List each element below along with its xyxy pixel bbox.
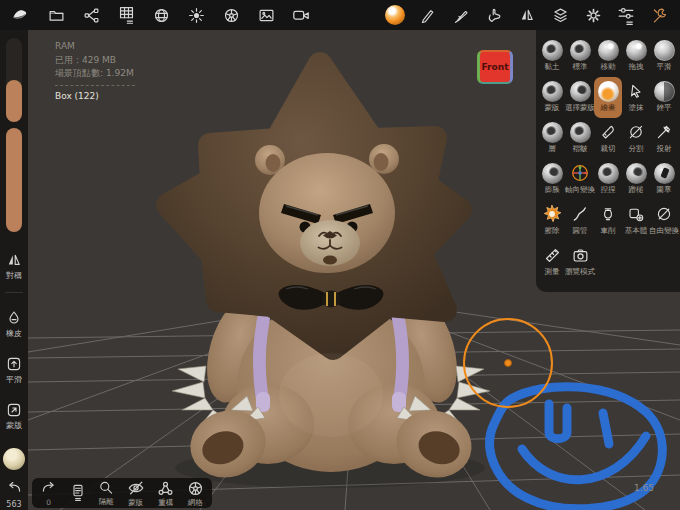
tool-label: 蹭槌 [629, 185, 644, 195]
sphere-pinch-icon [598, 161, 619, 185]
tool-tube-glyph[interactable]: 圓管 [566, 200, 594, 241]
tool-freeform-glyph[interactable]: 自由變換 [650, 200, 678, 241]
lathe-glyph-icon [600, 202, 616, 226]
material-ball-button[interactable] [0, 448, 28, 470]
tool-sphere-rough[interactable]: 平滑 [650, 36, 678, 77]
tool-gizmo-glyph[interactable]: 軸向變換 [566, 159, 594, 200]
bottom-history-panel[interactable] [70, 483, 86, 503]
smooth-box-icon [6, 356, 22, 374]
sphere-rough-icon [654, 38, 675, 62]
camera-icon[interactable] [290, 3, 312, 27]
tool-knife-glyph[interactable]: 裁切 [594, 118, 622, 159]
selected-object-label: Box (122) [55, 90, 135, 104]
tool-label: 平滑 [657, 62, 672, 72]
light-icon[interactable] [185, 3, 207, 27]
model-bear-lion [168, 64, 490, 488]
sidebar-smooth-toggle[interactable]: 平滑 [0, 356, 28, 384]
primitive-glyph-icon [628, 202, 644, 226]
view-cube-front[interactable]: Front [477, 50, 513, 84]
ram-label: RAM [55, 40, 135, 54]
tool-sphere-crease[interactable]: 褶皺 [566, 118, 594, 159]
sidebar-mask-toggle[interactable]: 蒙版 [0, 402, 28, 430]
undo-icon [6, 480, 23, 499]
bottom-redo[interactable]: 0 [40, 480, 57, 507]
tool-sphere-flatten[interactable]: 銼平 [650, 77, 678, 118]
tool-label: 瀏覽模式 [565, 267, 595, 277]
sphere-nudge-icon [626, 161, 647, 185]
matcap-sphere-icon[interactable] [384, 3, 406, 27]
mask-hidden-icon [127, 479, 145, 499]
bottom-toolbar: 0隔離蒙版重構網格 [32, 478, 212, 508]
tool-cursor-glyph[interactable]: 塗抹 [622, 77, 650, 118]
tool-sphere-inflate[interactable]: 膨脹 [538, 159, 566, 200]
app-logo-icon[interactable] [10, 3, 32, 27]
erase-splat-glyph-icon [542, 202, 562, 226]
tool-sphere-move[interactable]: 移動 [594, 36, 622, 77]
tool-erase-splat-glyph[interactable]: 擦除 [538, 200, 566, 241]
scene-vertices: 場景頂點數: 1.92M [55, 67, 135, 81]
tool-sphere-paint[interactable]: 繪畫 [594, 77, 622, 118]
bottom-mask-hidden[interactable]: 蒙版 [127, 479, 145, 507]
sphere-selmask-icon [570, 79, 591, 103]
tool-sphere-stamp[interactable]: 圖章 [650, 159, 678, 200]
tool-sphere-mask[interactable]: 蒙版 [538, 77, 566, 118]
tool-sphere-standard[interactable]: 標準 [566, 36, 594, 77]
wireframe-icon [187, 480, 204, 499]
smudge-hand-icon[interactable] [483, 3, 505, 27]
sliders-icon[interactable] [615, 3, 637, 27]
image-icon[interactable] [255, 3, 277, 27]
material-sphere-icon[interactable] [150, 3, 172, 27]
knife-cross-glyph-icon [656, 120, 672, 144]
sidebar-symmetry-toggle[interactable]: 對稱 [0, 252, 28, 280]
isolate-icon [98, 480, 114, 498]
gizmo-glyph-icon [570, 161, 590, 185]
topology-grid-icon[interactable] [115, 3, 137, 27]
symmetry-icon [6, 252, 22, 270]
environment-icon[interactable] [220, 3, 242, 27]
folder-icon[interactable] [45, 3, 67, 27]
bottom-isolate[interactable]: 隔離 [98, 480, 114, 506]
tool-label: 基本體 [625, 226, 648, 236]
tool-sphere-pinch[interactable]: 揑捏 [594, 159, 622, 200]
tool-label: 分割 [629, 144, 644, 154]
brush-intensity-slider[interactable] [6, 128, 22, 232]
tool-sphere-nudge[interactable]: 蹭槌 [622, 159, 650, 200]
tools-wrench-icon[interactable] [648, 3, 670, 27]
material-ball-icon [3, 448, 25, 470]
bottom-remesh[interactable]: 重構 [157, 480, 174, 507]
layers-icon[interactable] [549, 3, 571, 27]
brush-cursor-dot [504, 359, 512, 367]
undo-button[interactable]: 563 [0, 480, 28, 509]
tool-label: 投射 [657, 144, 672, 154]
stats-divider [55, 85, 135, 86]
brush-radius-slider[interactable] [6, 38, 22, 122]
ram-used: 已用：429 MB [55, 54, 135, 68]
redo-icon [40, 480, 57, 499]
bottom-label: 網格 [188, 499, 203, 507]
tool-ruler-glyph[interactable]: 測量 [538, 241, 566, 282]
bottom-label: 隔離 [99, 498, 114, 506]
tool-viewmode-glyph[interactable]: 瀏覽模式 [566, 241, 594, 282]
tool-primitive-glyph[interactable]: 基本體 [622, 200, 650, 241]
sidebar-label: 橡皮 [6, 329, 22, 338]
bottom-label: 重構 [158, 499, 173, 507]
tool-knife-cross-glyph[interactable]: 投射 [650, 118, 678, 159]
tool-sphere-layer[interactable]: 層 [538, 118, 566, 159]
bottom-wireframe[interactable]: 網格 [187, 480, 204, 507]
sphere-flatten-icon [654, 79, 675, 103]
settings-gear-icon[interactable] [582, 3, 604, 27]
tool-label: 揑捏 [601, 185, 616, 195]
sidebar-eraser-toggle[interactable]: 橡皮 [0, 310, 28, 338]
pen-icon[interactable] [417, 3, 439, 27]
tool-label: 標準 [573, 62, 588, 72]
remesh-icon [157, 480, 174, 499]
tool-sphere-drag[interactable]: 拖拽 [622, 36, 650, 77]
tool-sphere-selmask[interactable]: 選擇蒙版 [566, 77, 594, 118]
symmetry-icon[interactable] [516, 3, 538, 27]
tool-sphere-clay[interactable]: 黏土 [538, 36, 566, 77]
paint-brush-icon[interactable] [450, 3, 472, 27]
tool-lathe-glyph[interactable]: 車削 [594, 200, 622, 241]
toolbar-right-group [384, 3, 670, 27]
node-graph-icon[interactable] [80, 3, 102, 27]
tool-knife-slash-glyph[interactable]: 分割 [622, 118, 650, 159]
